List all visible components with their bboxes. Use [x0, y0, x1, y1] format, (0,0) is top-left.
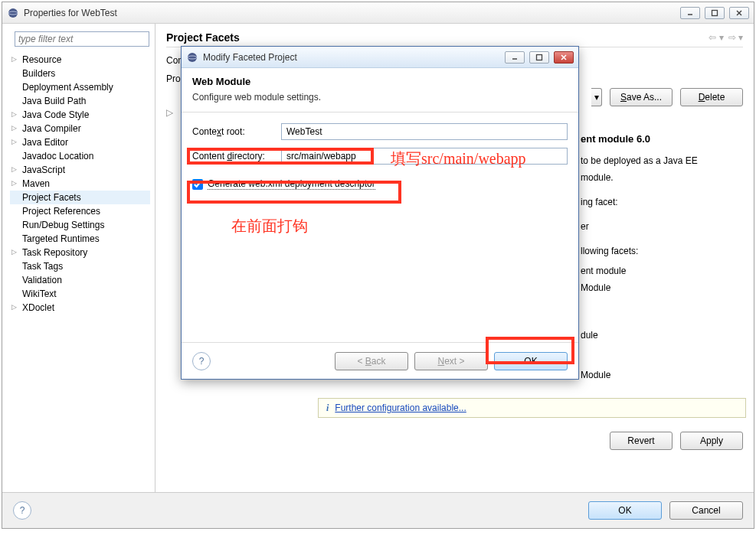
svg-point-0 — [8, 8, 18, 18]
sidebar-item-label: Java Editor — [22, 137, 68, 148]
context-root-input[interactable] — [281, 123, 568, 140]
sidebar-item-label: Project Facets — [22, 192, 81, 203]
nav-arrows: ⇦ ▾ ⇨ ▾ — [709, 32, 743, 43]
dialog-help-button[interactable]: ? — [192, 352, 211, 370]
property-tree: ResourceBuildersDeployment AssemblyJava … — [10, 53, 150, 315]
next-button[interactable]: Next > — [414, 352, 488, 370]
sidebar-item-label: Javadoc Location — [22, 151, 93, 161]
back-button[interactable]: < Back — [335, 352, 408, 370]
sidebar-item[interactable]: Task Tags — [10, 259, 150, 273]
filter-input[interactable] — [15, 31, 149, 47]
sidebar-item-label: WikiText — [22, 289, 57, 299]
sidebar-item-label: Java Build Path — [22, 96, 86, 106]
further-config-link[interactable]: Further configuration available... — [335, 403, 466, 413]
forward-arrow-icon[interactable]: ⇨ ▾ — [728, 32, 743, 43]
sidebar-item-label: Validation — [22, 275, 62, 285]
details-panel-partial: ent module 6.0 to be deployed as a Java … — [581, 131, 698, 383]
sidebar: ResourceBuildersDeployment AssemblyJava … — [2, 24, 155, 493]
sidebar-item[interactable]: Java Compiler — [10, 122, 150, 135]
sidebar-item[interactable]: Project Facets — [10, 191, 150, 204]
sidebar-item[interactable]: Java Editor — [10, 135, 150, 149]
cancel-button[interactable]: Cancel — [669, 501, 743, 520]
sidebar-item-label: Project References — [22, 206, 100, 217]
project-tab-partial: Pro — [166, 73, 181, 84]
info-icon: i — [326, 403, 329, 414]
apply-button[interactable]: Apply — [680, 432, 743, 450]
dialog-maximize-button[interactable] — [529, 51, 549, 64]
dialog-close-button[interactable] — [554, 51, 574, 64]
sidebar-item-label: XDoclet — [22, 302, 54, 313]
sidebar-item-label: Targeted Runtimes — [22, 233, 100, 244]
content-directory-input[interactable] — [281, 148, 568, 165]
sidebar-item[interactable]: Javadoc Location — [10, 149, 150, 163]
content-directory-label: Content directory: — [192, 151, 281, 161]
sidebar-item[interactable]: Maven — [10, 177, 150, 191]
eclipse-icon — [7, 7, 19, 19]
titlebar: Properties for WebTest — [2, 2, 754, 24]
sidebar-item[interactable]: JavaScript — [10, 163, 150, 177]
sidebar-item[interactable]: Java Build Path — [10, 94, 150, 108]
page-title: Project Facets — [166, 31, 240, 44]
sidebar-item-label: Run/Debug Settings — [22, 220, 104, 230]
sidebar-item-label: Task Tags — [22, 261, 63, 272]
bottom-bar: ? OK Cancel — [2, 493, 754, 528]
back-arrow-icon[interactable]: ⇦ ▾ — [709, 32, 723, 43]
eclipse-icon — [186, 51, 198, 64]
dialog-title: Modify Faceted Project — [203, 52, 505, 63]
sidebar-item-label: Java Compiler — [22, 123, 81, 134]
context-root-label: Context root: — [192, 126, 281, 137]
dialog-minimize-button[interactable] — [505, 51, 525, 64]
dropdown-button[interactable]: ▾ — [591, 88, 602, 106]
svg-point-6 — [188, 53, 197, 62]
sidebar-item[interactable]: Task Repository — [10, 246, 150, 259]
dialog-ok-button[interactable]: OK — [494, 352, 568, 370]
minimize-button[interactable] — [680, 7, 700, 19]
sidebar-item[interactable]: Project References — [10, 204, 150, 218]
window-buttons — [680, 7, 749, 19]
sidebar-item-label: Maven — [22, 178, 50, 189]
sidebar-item[interactable]: Builders — [10, 67, 150, 80]
dialog-description: Configure web module settings. — [192, 92, 568, 103]
dialog-footer: ? < Back Next > OK — [182, 342, 578, 379]
sidebar-item-label: Deployment Assembly — [22, 82, 113, 93]
window-title: Properties for WebTest — [24, 8, 680, 18]
save-as-button[interactable]: Save As... — [610, 88, 673, 106]
svg-rect-9 — [537, 54, 542, 60]
ok-button[interactable]: OK — [588, 501, 662, 520]
sidebar-item[interactable]: Deployment Assembly — [10, 80, 150, 94]
delete-button[interactable]: Delete — [680, 88, 743, 106]
maximize-button[interactable] — [705, 7, 725, 19]
sidebar-item-label: Resource — [22, 54, 61, 65]
sidebar-item-label: Task Repository — [22, 247, 87, 258]
sidebar-item[interactable]: Java Code Style — [10, 108, 150, 122]
close-button[interactable] — [729, 7, 749, 19]
revert-button[interactable]: Revert — [610, 432, 673, 450]
help-button[interactable]: ? — [13, 501, 31, 520]
sidebar-item-label: Java Code Style — [22, 109, 89, 120]
sidebar-item[interactable]: Resource — [10, 53, 150, 67]
generate-webxml-checkbox[interactable] — [192, 179, 203, 190]
dialog-form: Context root: Content directory: Generat… — [182, 112, 578, 190]
sidebar-item-label: JavaScript — [22, 165, 65, 175]
dialog-heading: Web Module — [192, 76, 568, 87]
dialog-header: Web Module Configure web module settings… — [182, 68, 578, 112]
sidebar-item[interactable]: Targeted Runtimes — [10, 232, 150, 246]
sidebar-item[interactable]: Validation — [10, 273, 150, 287]
sidebar-item-label: Builders — [22, 68, 55, 79]
generate-webxml-label[interactable]: Generate web.xml deployment descriptor — [208, 178, 375, 190]
dialog-titlebar: Modify Faceted Project — [182, 47, 578, 68]
tree-expand-icon[interactable]: ▷ — [166, 107, 173, 118]
svg-rect-3 — [712, 10, 718, 15]
sidebar-item[interactable]: WikiText — [10, 287, 150, 301]
sidebar-item[interactable]: XDoclet — [10, 301, 150, 315]
sidebar-item[interactable]: Run/Debug Settings — [10, 218, 150, 232]
further-config-banner: i Further configuration available... — [318, 398, 746, 418]
modify-faceted-project-dialog: Modify Faceted Project Web Module Config… — [181, 46, 579, 380]
